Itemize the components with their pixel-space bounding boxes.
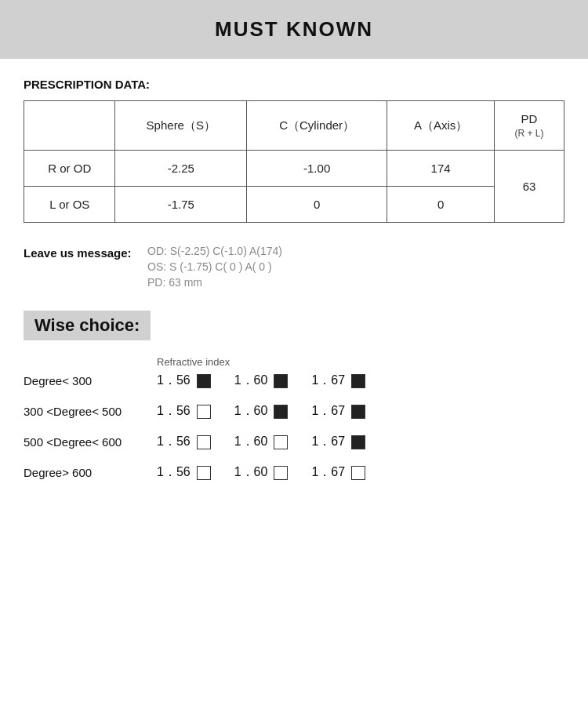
index-value-2-2: 1．67 — [311, 434, 345, 450]
main-content: PRESCRIPTION DATA: Sphere（S） C（Cylinder）… — [0, 78, 588, 518]
index-option-3-0: 1．56 — [157, 464, 211, 481]
os-axis: 0 — [387, 187, 495, 223]
index-options-3: 1．561．601．67 — [157, 464, 564, 481]
degree-col-spacer — [24, 356, 157, 368]
index-option-1-2: 1．67 — [311, 403, 365, 420]
index-value-0-2: 1．67 — [311, 373, 345, 389]
od-cylinder: -1.00 — [247, 151, 387, 187]
pd-value: 63 — [495, 151, 564, 223]
index-options-0: 1．561．601．67 — [157, 373, 564, 389]
refractive-header-row: Refractive index — [24, 356, 564, 368]
degree-label-3: Degree> 600 — [24, 466, 157, 479]
degree-label-0: Degree< 300 — [24, 374, 157, 387]
message-label: Leave us message: — [24, 245, 133, 260]
page-title: MUST KNOWN — [16, 17, 572, 42]
col-axis: A（Axis） — [387, 101, 495, 151]
refractive-section: Refractive index Degree< 3001．561．601．67… — [24, 356, 564, 481]
refractive-rows: Degree< 3001．561．601．67300 <Degree< 5001… — [24, 373, 564, 481]
message-line-od: OD: S(-2.25) C(-1.0) A(174) — [147, 245, 282, 257]
page-header: MUST KNOWN — [0, 0, 588, 59]
checkbox-3-0[interactable] — [197, 466, 211, 480]
col-empty — [24, 101, 115, 151]
index-option-2-0: 1．56 — [157, 434, 211, 450]
od-sphere: -2.25 — [115, 151, 247, 187]
index-option-2-1: 1．60 — [234, 434, 289, 450]
degree-label-1: 300 <Degree< 500 — [24, 405, 157, 418]
index-value-0-1: 1．60 — [234, 373, 268, 389]
message-line-os: OS: S (-1.75) C( 0 ) A( 0 ) — [147, 260, 282, 273]
index-option-0-0: 1．56 — [157, 373, 211, 389]
index-option-1-0: 1．56 — [157, 403, 211, 420]
os-cylinder: 0 — [247, 187, 387, 223]
index-option-0-2: 1．67 — [311, 373, 365, 389]
index-value-0-0: 1．56 — [157, 373, 191, 389]
checkbox-3-2[interactable] — [351, 466, 365, 480]
col-cylinder: C（Cylinder） — [247, 101, 387, 151]
checkbox-2-0[interactable] — [197, 435, 211, 449]
checkbox-0-0[interactable] — [197, 374, 211, 388]
index-option-3-2: 1．67 — [311, 464, 365, 481]
index-value-2-0: 1．56 — [157, 434, 191, 450]
checkbox-1-0[interactable] — [197, 405, 211, 419]
index-value-1-2: 1．67 — [311, 403, 345, 420]
wise-choice-header: Wise choice: — [24, 311, 151, 340]
prescription-section-label: PRESCRIPTION DATA: — [24, 78, 564, 91]
checkbox-0-2[interactable] — [351, 374, 365, 388]
index-options-2: 1．561．601．67 — [157, 434, 564, 450]
refractive-row-1: 300 <Degree< 5001．561．601．67 — [24, 403, 564, 420]
table-row-od: R or OD -2.25 -1.00 174 63 — [24, 151, 564, 187]
index-value-3-1: 1．60 — [234, 464, 268, 481]
refractive-row-0: Degree< 3001．561．601．67 — [24, 373, 564, 389]
table-row-os: L or OS -1.75 0 0 — [24, 187, 564, 223]
checkbox-1-2[interactable] — [351, 405, 365, 419]
refractive-row-3: Degree> 6001．561．601．67 — [24, 464, 564, 481]
degree-label-2: 500 <Degree< 600 — [24, 435, 157, 449]
os-sphere: -1.75 — [115, 187, 247, 223]
index-option-0-1: 1．60 — [234, 373, 289, 389]
row-label-od: R or OD — [24, 151, 115, 187]
message-section: Leave us message: OD: S(-2.25) C(-1.0) A… — [24, 245, 564, 289]
message-line-pd: PD: 63 mm — [147, 276, 282, 289]
row-label-os: L or OS — [24, 187, 115, 223]
col-sphere: Sphere（S） — [115, 101, 247, 151]
checkbox-1-1[interactable] — [274, 405, 288, 419]
index-option-2-2: 1．67 — [311, 434, 365, 450]
message-lines: OD: S(-2.25) C(-1.0) A(174) OS: S (-1.75… — [147, 245, 282, 289]
checkbox-2-2[interactable] — [351, 435, 365, 449]
index-option-1-1: 1．60 — [234, 403, 289, 420]
prescription-table: Sphere（S） C（Cylinder） A（Axis） PD (R + L)… — [24, 100, 564, 223]
index-value-3-0: 1．56 — [157, 464, 191, 481]
index-value-1-0: 1．56 — [157, 403, 191, 420]
checkbox-3-1[interactable] — [274, 466, 288, 480]
checkbox-0-1[interactable] — [274, 374, 288, 388]
index-options-1: 1．561．601．67 — [157, 403, 564, 420]
od-axis: 174 — [387, 151, 495, 187]
refractive-index-label: Refractive index — [157, 356, 230, 368]
index-value-2-1: 1．60 — [234, 434, 268, 450]
col-pd: PD (R + L) — [495, 101, 564, 151]
refractive-row-2: 500 <Degree< 6001．561．601．67 — [24, 434, 564, 450]
index-option-3-1: 1．60 — [234, 464, 289, 481]
checkbox-2-1[interactable] — [274, 435, 288, 449]
index-value-1-1: 1．60 — [234, 403, 268, 420]
index-value-3-2: 1．67 — [311, 464, 345, 481]
